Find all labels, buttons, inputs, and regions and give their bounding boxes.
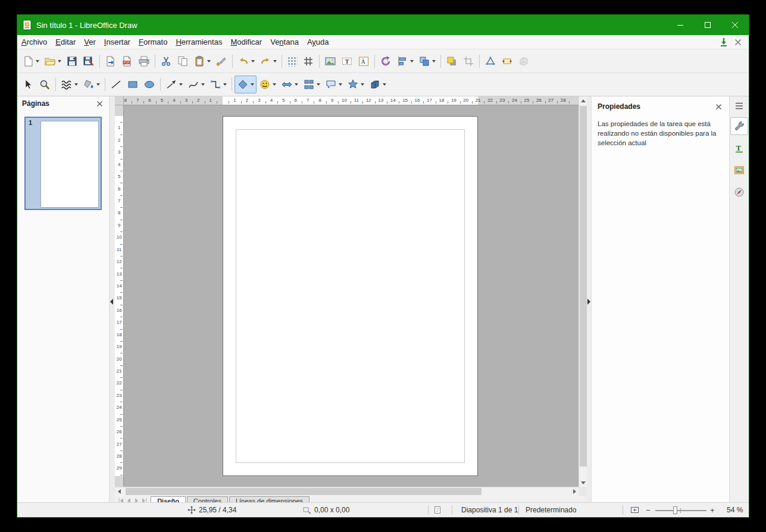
new-button[interactable] bbox=[20, 52, 42, 70]
select-button[interactable] bbox=[20, 76, 36, 93]
ellipse-button[interactable] bbox=[141, 76, 158, 93]
vertical-scrollbar[interactable] bbox=[579, 96, 587, 487]
scroll-right-button[interactable] bbox=[570, 487, 579, 496]
menu-insertar[interactable]: Insertar bbox=[100, 36, 135, 48]
paste-button[interactable] bbox=[191, 52, 213, 70]
insert-text-box-button[interactable]: T bbox=[339, 52, 355, 70]
stars-button[interactable] bbox=[345, 76, 367, 93]
align-objects-button[interactable] bbox=[394, 52, 416, 70]
sidebar-tab-properties[interactable] bbox=[730, 117, 748, 135]
sidebar-tab-gallery[interactable] bbox=[730, 161, 748, 179]
shadow-button[interactable] bbox=[443, 52, 460, 70]
new-dropdown-icon[interactable] bbox=[36, 60, 39, 62]
rectangle-button[interactable] bbox=[124, 76, 141, 93]
insert-special-character-button[interactable]: Ä bbox=[355, 52, 372, 70]
maximize-button[interactable] bbox=[694, 15, 721, 35]
3d-objects-dropdown-icon[interactable] bbox=[383, 83, 386, 86]
scroll-left-button[interactable] bbox=[115, 487, 123, 496]
page-thumbnail-1[interactable]: 1 bbox=[24, 117, 102, 210]
display-grid-button[interactable] bbox=[284, 52, 300, 70]
titlebar[interactable]: Sin título 1 - LibreOffice Draw bbox=[17, 15, 749, 35]
block-arrows-button[interactable] bbox=[279, 76, 301, 93]
zoom-button[interactable] bbox=[36, 76, 53, 93]
sidebar-tab-styles[interactable]: T bbox=[730, 139, 748, 157]
arrange-button[interactable] bbox=[416, 52, 438, 70]
line-style-button[interactable] bbox=[58, 76, 80, 93]
scroll-down-button[interactable] bbox=[579, 478, 587, 487]
close-pages-panel-button[interactable] bbox=[95, 99, 104, 108]
object-size-field[interactable]: 0,00 x 0,00 bbox=[303, 503, 349, 517]
redo-button[interactable] bbox=[257, 52, 279, 70]
drawing-page[interactable] bbox=[223, 116, 478, 476]
export-button[interactable] bbox=[102, 52, 119, 70]
copy-button[interactable] bbox=[174, 52, 191, 70]
vertical-scroll-thumb[interactable] bbox=[580, 106, 587, 467]
callouts-dropdown-icon[interactable] bbox=[339, 83, 342, 86]
slide-indicator[interactable]: Diapositiva 1 de 1 bbox=[461, 503, 518, 517]
horizontal-scrollbar[interactable] bbox=[115, 487, 579, 496]
callouts-button[interactable] bbox=[323, 76, 345, 93]
print-button[interactable] bbox=[136, 52, 152, 70]
menu-herramientas[interactable]: Herramientas bbox=[171, 36, 226, 48]
menu-ver[interactable]: Ver bbox=[80, 36, 100, 48]
edit-points-button[interactable] bbox=[482, 52, 499, 70]
menu-ayuda[interactable]: Ayuda bbox=[303, 36, 333, 48]
update-available-button[interactable] bbox=[717, 36, 731, 48]
connector-button[interactable] bbox=[207, 76, 229, 93]
undo-button[interactable] bbox=[235, 52, 257, 70]
zoom-out-button[interactable]: − bbox=[646, 503, 651, 517]
connector-dropdown-icon[interactable] bbox=[223, 83, 227, 86]
pages-panel-splitter[interactable] bbox=[110, 96, 115, 502]
glue-points-button[interactable] bbox=[499, 52, 515, 70]
block-arrows-dropdown-icon[interactable] bbox=[295, 83, 298, 86]
flowchart-button[interactable] bbox=[301, 76, 323, 93]
zoom-slider[interactable] bbox=[655, 503, 706, 517]
curve-dropdown-icon[interactable] bbox=[201, 83, 205, 86]
insert-line-button[interactable] bbox=[108, 76, 124, 93]
insert-image-button[interactable] bbox=[322, 52, 339, 70]
menu-archivo[interactable]: Archivo bbox=[17, 36, 51, 48]
line-style-dropdown-icon[interactable] bbox=[74, 83, 78, 86]
lines-and-arrows-button[interactable] bbox=[163, 76, 185, 93]
zoom-fit-button[interactable] bbox=[630, 503, 639, 517]
save-button[interactable] bbox=[64, 52, 80, 70]
menu-ventana[interactable]: Ventana bbox=[266, 36, 303, 48]
fill-color-dropdown-icon[interactable] bbox=[96, 83, 100, 86]
zoom-percent-field[interactable]: 54 % bbox=[727, 503, 743, 517]
save-as-button[interactable] bbox=[80, 52, 97, 70]
symbol-shapes-dropdown-icon[interactable] bbox=[273, 83, 276, 86]
undo-dropdown-icon[interactable] bbox=[251, 60, 255, 62]
close-document-button[interactable] bbox=[731, 36, 745, 48]
basic-shapes-dropdown-icon[interactable] bbox=[251, 83, 254, 86]
symbol-shapes-button[interactable] bbox=[257, 76, 279, 93]
curve-button[interactable] bbox=[185, 76, 207, 93]
menu-formato[interactable]: Formato bbox=[135, 36, 171, 48]
close-button[interactable] bbox=[721, 15, 749, 35]
menu-editar[interactable]: Editar bbox=[51, 36, 80, 48]
sidebar-tab-navigator[interactable] bbox=[730, 183, 748, 201]
sidebar-settings-button[interactable] bbox=[730, 99, 748, 113]
close-sidebar-deck-button[interactable] bbox=[714, 102, 723, 111]
align-dropdown-icon[interactable] bbox=[410, 60, 414, 62]
scroll-up-button[interactable] bbox=[579, 96, 587, 105]
sidebar-splitter[interactable] bbox=[587, 96, 591, 502]
3d-objects-button[interactable] bbox=[367, 76, 389, 93]
v-ruler[interactable]: 1234567891011121314151617181920212223242… bbox=[115, 105, 124, 487]
basic-shapes-button[interactable] bbox=[235, 76, 257, 93]
paste-dropdown-icon[interactable] bbox=[207, 60, 211, 62]
arrange-dropdown-icon[interactable] bbox=[432, 60, 436, 62]
menu-modificar[interactable]: Modificar bbox=[226, 36, 266, 48]
cursor-position-field[interactable]: 25,95 / 4,34 bbox=[187, 503, 236, 517]
zoom-in-button[interactable]: + bbox=[710, 503, 715, 517]
zoom-slider-track[interactable] bbox=[655, 506, 706, 514]
open-dropdown-icon[interactable] bbox=[58, 60, 61, 62]
export-pdf-button[interactable]: PDF bbox=[119, 52, 136, 70]
h-ruler[interactable]: 8765432112345678910111213141516171819202… bbox=[124, 96, 579, 105]
snap-guides-button[interactable] bbox=[300, 52, 317, 70]
minimize-button[interactable] bbox=[667, 15, 694, 35]
open-button[interactable] bbox=[42, 52, 64, 70]
cut-button[interactable] bbox=[158, 52, 174, 70]
page-style-field[interactable]: Predeterminado bbox=[526, 503, 576, 517]
arrows-dropdown-icon[interactable] bbox=[179, 83, 183, 86]
drawing-workspace[interactable] bbox=[124, 105, 579, 487]
